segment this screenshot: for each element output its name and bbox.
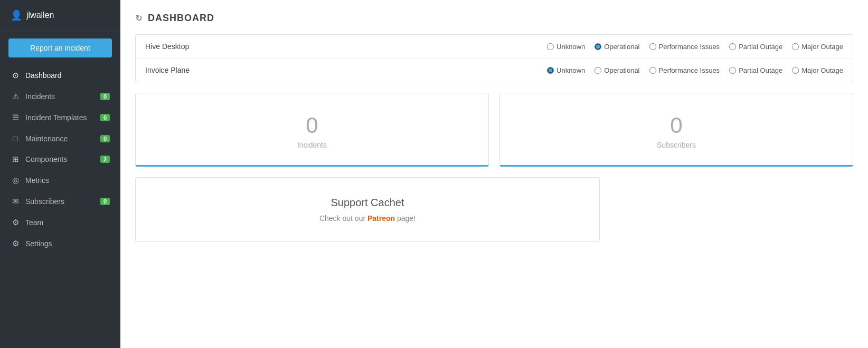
radio-input-1-performance-issues[interactable] [649, 67, 656, 74]
support-text: Check out our Patreon page! [146, 214, 589, 223]
radio-option-0-major-outage[interactable]: Major Outage [792, 43, 843, 51]
metrics-icon: ◎ [11, 176, 20, 185]
sidebar-item-components[interactable]: ⊞Components2 [0, 149, 120, 170]
radio-input-1-unknown[interactable] [547, 67, 554, 74]
sidebar-item-metrics[interactable]: ◎Metrics [0, 170, 120, 191]
team-icon: ⚙ [11, 218, 20, 227]
radio-label-0-operational: Operational [604, 43, 639, 51]
sidebar-username: jlwallen [26, 11, 54, 20]
support-card: Support Cachet Check out our Patreon pag… [135, 177, 600, 242]
radio-label-1-performance-issues: Performance Issues [659, 66, 720, 74]
incident-templates-icon: ☰ [11, 113, 20, 122]
radio-label-1-major-outage: Major Outage [801, 66, 843, 74]
page-title-bar: ↻ DASHBOARD [135, 13, 853, 24]
sidebar-item-settings[interactable]: ⚙Settings [0, 233, 120, 254]
subscribers-icon: ✉ [11, 197, 20, 206]
sidebar-item-incident-templates[interactable]: ☰Incident Templates0 [0, 107, 120, 128]
sidebar-item-label-maintenance: Maintenance [25, 134, 68, 143]
sidebar-item-label-metrics: Metrics [25, 176, 49, 185]
incidents-icon: ⚠ [11, 92, 20, 101]
sidebar: 👤 jlwallen Report an incident ⊙Dashboard… [0, 0, 120, 348]
radio-input-1-major-outage[interactable] [792, 67, 799, 74]
radio-label-0-partial-outage: Partial Outage [739, 43, 782, 51]
radio-input-1-partial-outage[interactable] [729, 67, 736, 74]
page-title-text: DASHBOARD [148, 13, 214, 24]
radio-option-0-operational[interactable]: Operational [595, 43, 639, 51]
components-table: Hive DesktopUnknownOperationalPerformanc… [135, 34, 853, 82]
refresh-icon: ↻ [135, 13, 143, 23]
sidebar-item-label-subscribers: Subscribers [25, 197, 64, 206]
badge-components: 2 [100, 156, 110, 163]
maintenance-icon: □ [11, 134, 20, 143]
patreon-link[interactable]: Patreon [367, 214, 395, 223]
dashboard-icon: ⊙ [11, 71, 20, 80]
radio-option-0-partial-outage[interactable]: Partial Outage [729, 43, 782, 51]
support-text-after: page! [395, 214, 416, 223]
sidebar-item-label-incident-templates: Incident Templates [25, 113, 87, 122]
nav-items: ⊙Dashboard⚠Incidents0☰Incident Templates… [0, 65, 120, 254]
settings-icon: ⚙ [11, 239, 20, 248]
sidebar-item-maintenance[interactable]: □Maintenance0 [0, 128, 120, 149]
stat-number-1: 0 [511, 114, 842, 137]
stat-number-0: 0 [146, 114, 478, 137]
stat-label-0: Incidents [146, 141, 478, 149]
sidebar-item-incidents[interactable]: ⚠Incidents0 [0, 86, 120, 107]
radio-input-1-operational[interactable] [595, 67, 601, 74]
radio-label-1-partial-outage: Partial Outage [739, 66, 782, 74]
radio-group-1: UnknownOperationalPerformance IssuesPart… [547, 66, 843, 74]
sidebar-header: 👤 jlwallen [0, 0, 120, 31]
stat-card-0: 0Incidents [135, 93, 489, 167]
radio-option-0-unknown[interactable]: Unknown [547, 43, 585, 51]
radio-label-0-major-outage: Major Outage [801, 43, 843, 51]
sidebar-item-label-dashboard: Dashboard [25, 71, 62, 80]
radio-input-0-operational[interactable] [595, 43, 601, 50]
radio-group-0: UnknownOperationalPerformance IssuesPart… [547, 43, 843, 51]
radio-option-1-partial-outage[interactable]: Partial Outage [729, 66, 782, 74]
user-icon: 👤 [11, 9, 22, 21]
radio-label-0-unknown: Unknown [556, 43, 585, 51]
radio-input-0-major-outage[interactable] [792, 43, 799, 50]
support-text-before: Check out our [319, 214, 367, 223]
radio-option-1-operational[interactable]: Operational [595, 66, 639, 74]
stat-card-1: 0Subscribers [499, 93, 853, 167]
stats-row: 0Incidents0Subscribers [135, 93, 853, 167]
support-title: Support Cachet [146, 197, 589, 209]
components-icon: ⊞ [11, 154, 20, 164]
report-incident-button[interactable]: Report an incident [8, 38, 112, 57]
radio-label-1-operational: Operational [604, 66, 639, 74]
sidebar-item-dashboard[interactable]: ⊙Dashboard [0, 65, 120, 86]
badge-maintenance: 0 [100, 135, 110, 142]
component-row-1: Invoice PlaneUnknownOperationalPerforman… [136, 59, 853, 82]
radio-option-0-performance-issues[interactable]: Performance Issues [649, 43, 720, 51]
sidebar-item-label-settings: Settings [25, 239, 52, 248]
sidebar-item-label-team: Team [25, 218, 43, 227]
component-name-1: Invoice Plane [145, 66, 240, 74]
sidebar-item-subscribers[interactable]: ✉Subscribers0 [0, 191, 120, 212]
component-row-0: Hive DesktopUnknownOperationalPerformanc… [136, 35, 853, 59]
radio-input-0-unknown[interactable] [547, 43, 554, 50]
badge-incident-templates: 0 [100, 114, 110, 121]
stat-label-1: Subscribers [511, 141, 842, 149]
sidebar-item-team[interactable]: ⚙Team [0, 212, 120, 233]
radio-option-1-major-outage[interactable]: Major Outage [792, 66, 843, 74]
badge-incidents: 0 [100, 93, 110, 100]
radio-label-0-performance-issues: Performance Issues [659, 43, 720, 51]
radio-option-1-unknown[interactable]: Unknown [547, 66, 585, 74]
badge-subscribers: 0 [100, 198, 110, 205]
radio-input-0-performance-issues[interactable] [649, 43, 656, 50]
component-name-0: Hive Desktop [145, 42, 240, 51]
radio-input-0-partial-outage[interactable] [729, 43, 736, 50]
radio-option-1-performance-issues[interactable]: Performance Issues [649, 66, 720, 74]
main-content: ↻ DASHBOARD Hive DesktopUnknownOperation… [120, 0, 868, 348]
sidebar-item-label-components: Components [25, 155, 67, 163]
radio-label-1-unknown: Unknown [556, 66, 585, 74]
sidebar-item-label-incidents: Incidents [25, 92, 55, 101]
